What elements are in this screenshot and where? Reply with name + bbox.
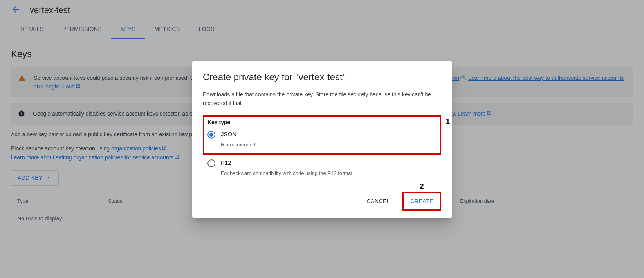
modal-title: Create private key for "vertex-test"	[203, 72, 441, 83]
modal-overlay[interactable]: Create private key for "vertex-test" Dow…	[0, 0, 644, 278]
radio-json-label: JSON	[221, 131, 236, 137]
radio-p12-label: P12	[221, 159, 231, 166]
annotation-number-1: 1	[446, 117, 450, 126]
radio-p12[interactable]	[207, 159, 215, 167]
create-key-modal: Create private key for "vertex-test" Dow…	[192, 61, 452, 218]
radio-p12-block[interactable]: P12 For backward compatibility with code…	[203, 158, 441, 176]
radio-p12-sub: For backward compatibility with code usi…	[221, 170, 441, 176]
annotation-box-1: 1 Key type JSON Recommended	[203, 115, 441, 155]
modal-actions: CANCEL 2 CREATE	[203, 192, 441, 211]
radio-json-block[interactable]: JSON Recommended	[207, 129, 437, 148]
create-button[interactable]: CREATE	[405, 194, 439, 208]
key-type-label: Key type	[207, 119, 437, 125]
annotation-number-2: 2	[420, 182, 424, 191]
annotation-box-2: 2 CREATE	[402, 192, 441, 211]
radio-json-sub: Recommended	[221, 142, 437, 148]
radio-json[interactable]	[207, 131, 215, 139]
cancel-button[interactable]: CANCEL	[361, 194, 395, 208]
modal-subtitle: Downloads a file that contains the priva…	[203, 90, 441, 107]
